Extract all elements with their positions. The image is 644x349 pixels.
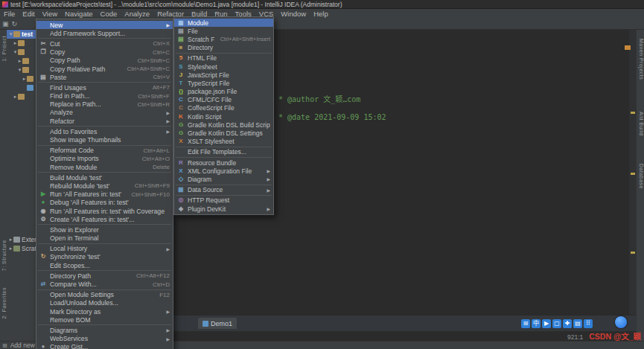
tool-window-button-favorites[interactable]: 2: Favorites: [0, 287, 7, 319]
context-menu-item-create-gist[interactable]: ●Create Gist...: [36, 343, 173, 349]
grid-icon[interactable]: ⊞: [521, 319, 530, 328]
menubar-item-help[interactable]: Help: [310, 9, 332, 19]
editor-tab-demo1[interactable]: Demo1: [198, 318, 237, 329]
context-menu-item-copy[interactable]: ❐CopyCtrl+C: [36, 48, 173, 57]
context-menu-item-run-all-features-in-test-with-coverage[interactable]: ◉Run 'All Features in: test' with Covera…: [36, 207, 173, 215]
new-submenu-item-xslt-stylesheet[interactable]: XXSLT Stylesheet: [174, 138, 273, 146]
context-menu-item-show-in-explorer[interactable]: Show in Explorer: [36, 225, 173, 234]
tool-window-button-database[interactable]: Database: [637, 164, 644, 189]
new-submenu-item-module[interactable]: ▦Module: [174, 19, 273, 27]
context-menu-item-optimize-imports[interactable]: Optimize ImportsCtrl+Alt+O: [36, 155, 173, 163]
context-menu-item-load-unload-modules[interactable]: Load/Unload Modules...: [36, 299, 173, 307]
context-menu-item-cut[interactable]: ✂CutCtrl+X: [36, 39, 173, 48]
context-menu-item-remove-module[interactable]: Remove ModuleDelete: [36, 163, 173, 171]
context-menu-item-add-framework-support[interactable]: Add Framework Support...: [36, 29, 173, 37]
error-stripe-mark[interactable]: [631, 173, 635, 175]
tree-row-node[interactable]: ▾: [7, 48, 36, 57]
context-menu-item-open-module-settings[interactable]: Open Module SettingsF12: [36, 291, 173, 299]
context-menu-item-local-history[interactable]: Local History▶: [36, 245, 173, 253]
context-menu-item-run-all-features-in-test[interactable]: ▶Run 'All Features in: test'Ctrl+Shift+F…: [36, 190, 173, 199]
new-submenu-item-typescript-file[interactable]: TTypeScript File: [174, 79, 273, 87]
context-menu-item-paste[interactable]: ▤PasteCtrl+V: [36, 73, 173, 81]
context-menu-item-copy-path[interactable]: Copy PathCtrl+Shift+C: [36, 57, 173, 65]
new-submenu-item-cfml-cfc-file[interactable]: CCFML/CFC File: [174, 96, 273, 104]
play-icon[interactable]: ▶: [542, 319, 551, 328]
plus-icon[interactable]: ✚: [563, 319, 572, 328]
context-menu-item-diagrams[interactable]: Diagrams▶: [36, 326, 173, 334]
context-menu-item-find-usages[interactable]: Find UsagesAlt+F7: [36, 83, 173, 92]
new-submenu-item-directory[interactable]: ■Directory: [174, 44, 273, 52]
new-submenu: ▦Module▤File▤Scratch FileCtrl+Alt+Shift+…: [173, 16, 274, 215]
tree-row-test[interactable]: ▾test: [7, 30, 36, 39]
new-submenu-item-diagram[interactable]: ◇Diagram▶: [174, 175, 273, 183]
tool-window-button-ant[interactable]: Ant Build: [637, 112, 644, 136]
context-menu-item-mark-directory-as[interactable]: Mark Directory as▶: [36, 307, 173, 316]
tree-row-node[interactable]: ▸: [7, 39, 36, 48]
save-all-icon[interactable]: ▣: [2, 19, 9, 29]
context-menu-item-create-all-features-in-test[interactable]: ⚙Create 'All Features in: test'...: [36, 215, 173, 223]
context-menu-item-compare-with[interactable]: ⇄Compare With...Ctrl+D: [36, 280, 173, 288]
tree-row-node[interactable]: ▾: [7, 65, 36, 74]
tool-window-button-structure[interactable]: 7: Structure: [0, 240, 7, 271]
context-menu-item-directory-path[interactable]: Directory PathCtrl+Alt+F12: [36, 272, 173, 280]
context-menu-item-synchronize-test[interactable]: ↻Synchronize 'test': [36, 253, 173, 261]
new-submenu-item-resource-bundle[interactable]: RResource Bundle: [174, 159, 273, 167]
context-menu-item-new[interactable]: New▶: [36, 21, 173, 29]
qr-code-icon[interactable]: ⠿: [584, 319, 593, 328]
context-menu-item-copy-relative-path[interactable]: Copy Relative PathCtrl+Alt+Shift+C: [36, 65, 173, 73]
new-submenu-item-stylesheet[interactable]: SStylesheet: [174, 63, 273, 71]
menu-separator: [38, 270, 171, 271]
user-avatar-icon[interactable]: [615, 316, 627, 328]
new-submenu-item-xml-configuration-file[interactable]: XXML Configuration File▶: [174, 167, 273, 175]
list-icon[interactable]: ▤: [573, 319, 582, 328]
tree-row-external-libraries[interactable]: ▸External Libraries: [7, 235, 36, 244]
context-menu-item-webservices[interactable]: WebServices▶: [36, 335, 173, 343]
menubar-item-navigate[interactable]: Navigate: [61, 9, 97, 19]
context-menu-item-build-module-test[interactable]: Build Module 'test': [36, 173, 173, 182]
new-submenu-item-gradle-kotlin-dsl-settings[interactable]: GGradle Kotlin DSL Settings: [174, 129, 273, 137]
menubar-item-window[interactable]: Window: [277, 9, 310, 19]
tool-window-button-maven[interactable]: Maven Projects: [637, 39, 644, 80]
context-menu-item-remove-bom[interactable]: Remove BOM: [36, 316, 173, 324]
context-menu-item-find-in-path[interactable]: Find in Path...Ctrl+Shift+F: [36, 92, 173, 100]
tree-row-node[interactable]: [7, 83, 36, 92]
menubar-item-view[interactable]: View: [39, 9, 61, 19]
new-submenu-item-data-source[interactable]: ▦Data Source▶: [174, 186, 273, 194]
menubar-item-analyze[interactable]: Analyze: [121, 9, 153, 19]
tree-row-scratches-and-consoles[interactable]: ▸Scratches and Consoles: [7, 244, 36, 253]
new-submenu-item-gradle-kotlin-dsl-build-script[interactable]: GGradle Kotlin DSL Build Script: [174, 121, 273, 129]
new-submenu-item-edit-file-templates[interactable]: Edit File Templates...: [174, 148, 273, 156]
new-submenu-item-html-file[interactable]: 5HTML File: [174, 54, 273, 63]
new-submenu-item-javascript-file[interactable]: JJavaScript File: [174, 71, 273, 79]
new-submenu-item-kotlin-script[interactable]: KKotlin Script: [174, 112, 273, 121]
translate-icon[interactable]: 中: [532, 319, 541, 328]
screen-icon[interactable]: ▢: [552, 319, 561, 328]
menubar-item-code[interactable]: Code: [97, 9, 121, 19]
menubar-item-file[interactable]: File: [0, 9, 19, 19]
context-menu-item-refactor[interactable]: Refactor▶: [36, 117, 173, 125]
tree-row-node[interactable]: ▸: [7, 57, 36, 65]
new-submenu-item-file[interactable]: ▤File: [174, 27, 273, 35]
context-menu-item-edit-scopes[interactable]: Edit Scopes...: [36, 261, 173, 269]
new-submenu-item-http-request[interactable]: ◎HTTP Request: [174, 196, 273, 205]
new-submenu-item-plugin-devkit[interactable]: ◆Plugin DevKit▶: [174, 205, 273, 213]
tree-row-node[interactable]: ▸: [7, 92, 36, 101]
context-menu-item-replace-in-path[interactable]: Replace in Path...Ctrl+Shift+R: [36, 100, 173, 109]
tool-window-button-project[interactable]: 1: Project: [0, 36, 7, 62]
new-submenu-item-coffeescript-file[interactable]: CCoffeeScript File: [174, 104, 273, 112]
context-menu-item-show-image-thumbnails[interactable]: Show Image Thumbnails: [36, 135, 173, 144]
error-stripe-mark[interactable]: [631, 252, 635, 254]
synchronize-toolbar-icon[interactable]: ↻: [12, 19, 18, 29]
context-menu-item-open-in-terminal[interactable]: Open in Terminal: [36, 234, 173, 243]
tool-window-switcher-icon[interactable]: ⊞: [2, 342, 7, 349]
menubar-item-edit[interactable]: Edit: [19, 9, 38, 19]
new-submenu-item-package-json-file[interactable]: {}package.json File: [174, 88, 273, 96]
error-stripe-mark[interactable]: [631, 112, 635, 114]
context-menu-item-add-to-favorites[interactable]: Add to Favorites▶: [36, 127, 173, 135]
tree-row-node[interactable]: ▸: [7, 74, 36, 83]
context-menu-item-analyze[interactable]: Analyze▶: [36, 109, 173, 117]
context-menu-item-rebuild-module-test[interactable]: Rebuild Module 'test'Ctrl+Shift+F9: [36, 182, 173, 190]
new-submenu-item-scratch-file[interactable]: ▤Scratch FileCtrl+Alt+Shift+Insert: [174, 35, 273, 43]
context-menu-item-debug-all-features-in-test[interactable]: ●Debug 'All Features in: test': [36, 199, 173, 207]
context-menu-item-reformat-code[interactable]: Reformat CodeCtrl+Alt+L: [36, 147, 173, 155]
